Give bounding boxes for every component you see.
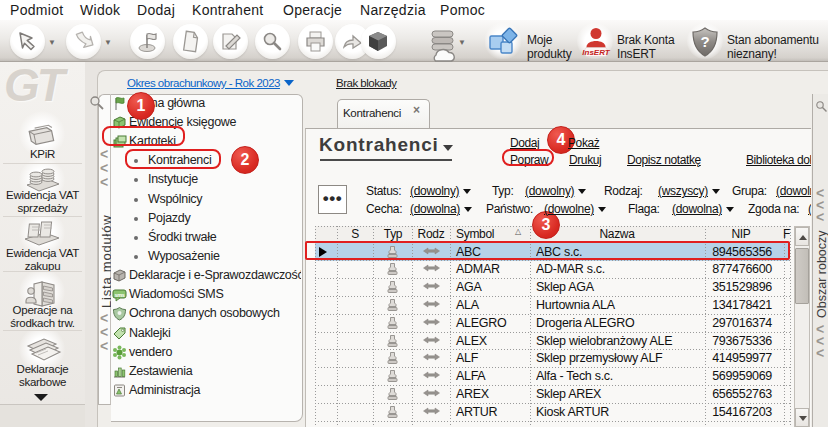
svg-text:sms: sms [114,292,124,298]
svg-text:?: ? [700,33,709,50]
svg-text:InsERT: InsERT [582,48,611,57]
